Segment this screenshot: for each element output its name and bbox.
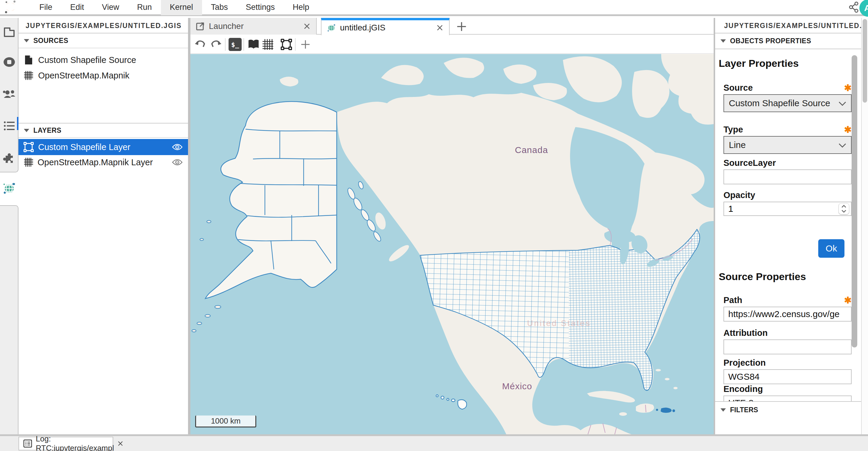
layer-row-osm[interactable]: OpenStreetMap.Mapnik Layer bbox=[19, 155, 188, 169]
redo-icon[interactable] bbox=[210, 38, 223, 51]
menu-tabs[interactable]: Tabs bbox=[202, 0, 237, 15]
log-console-tab[interactable]: Log: RTC:jupytergis/exampl bbox=[19, 437, 113, 450]
tab-label: Launcher bbox=[209, 22, 244, 31]
menu-view[interactable]: View bbox=[93, 0, 128, 15]
attribution-field: Attribution bbox=[723, 328, 851, 354]
user-avatar[interactable]: A bbox=[859, 0, 868, 17]
menu-run[interactable]: Run bbox=[128, 0, 161, 15]
type-label: Type bbox=[723, 125, 743, 135]
left-panel-path: JUPYTERGIS/EXAMPLES/UNTITLED.JGIS bbox=[19, 18, 188, 33]
sources-title: SOURCES bbox=[33, 37, 68, 45]
map-toolbar: $_ bbox=[190, 35, 714, 54]
opacity-input[interactable] bbox=[723, 202, 851, 216]
objects-properties-title: OBJECTS PROPERTIES bbox=[730, 37, 811, 45]
path-label: Path bbox=[723, 295, 742, 305]
projection-label: Projection bbox=[723, 358, 766, 368]
sourcelayer-label: SourceLayer bbox=[723, 158, 776, 168]
menu-settings[interactable]: Settings bbox=[237, 0, 284, 15]
menu-edit[interactable]: Edit bbox=[61, 0, 93, 15]
basemap-book-icon[interactable] bbox=[247, 38, 260, 51]
projection-input[interactable] bbox=[723, 369, 851, 384]
layers-title: LAYERS bbox=[33, 126, 61, 135]
map-viewport[interactable]: Canada United States México 1000 km bbox=[190, 54, 714, 434]
file-icon bbox=[24, 55, 33, 65]
filters-section-header[interactable]: FILTERS bbox=[715, 401, 861, 418]
source-item-label: Custom Shapefile Source bbox=[38, 55, 136, 65]
file-browser-icon[interactable] bbox=[3, 25, 16, 38]
window-scrollbar-thumb[interactable] bbox=[863, 19, 867, 103]
close-icon[interactable] bbox=[117, 440, 124, 447]
map-label-mexico: México bbox=[502, 381, 532, 391]
launcher-icon bbox=[196, 22, 205, 31]
type-select-value: Line bbox=[729, 140, 746, 150]
vector-layer-icon[interactable] bbox=[280, 38, 293, 51]
objects-properties-header[interactable]: OBJECTS PROPERTIES bbox=[715, 33, 861, 49]
layers-section-header[interactable]: LAYERS bbox=[19, 123, 188, 138]
left-sidebar-panel: JUPYTERGIS/EXAMPLES/UNTITLED.JGIS SOURCE… bbox=[19, 18, 189, 434]
filters-title: FILTERS bbox=[730, 406, 758, 414]
source-label: Source bbox=[723, 83, 753, 93]
attribution-input[interactable] bbox=[723, 339, 851, 354]
new-tab-plus-icon[interactable] bbox=[454, 20, 469, 33]
type-field: Type ✱ Line bbox=[723, 125, 851, 154]
window-scrollbar-track bbox=[861, 18, 868, 434]
terminal-glyph: $_ bbox=[231, 41, 239, 48]
map-scale-bar: 1000 km bbox=[195, 416, 256, 427]
source-item-label: OpenStreetMap.Mapnik bbox=[38, 71, 129, 81]
source-item-shapefile[interactable]: Custom Shapefile Source bbox=[19, 52, 188, 68]
sourcelayer-field: SourceLayer bbox=[723, 158, 851, 184]
scale-label: 1000 km bbox=[211, 416, 241, 426]
raster-grid-icon bbox=[24, 158, 33, 167]
close-icon[interactable] bbox=[436, 24, 444, 32]
visibility-eye-icon[interactable] bbox=[172, 159, 183, 166]
chevron-down-icon bbox=[838, 141, 847, 149]
encoding-label: Encoding bbox=[723, 384, 763, 394]
add-layer-plus-icon[interactable] bbox=[299, 38, 312, 51]
right-panel-path: JUPYTERGIS/EXAMPLES/UNTITLED.JG bbox=[715, 18, 861, 33]
source-properties-title: Source Properties bbox=[719, 271, 806, 282]
activity-bar-lower bbox=[0, 205, 19, 434]
map-canvas[interactable]: Canada United States México bbox=[190, 54, 714, 434]
raster-layer-icon[interactable] bbox=[261, 38, 274, 51]
extension-manager-icon[interactable] bbox=[3, 151, 16, 164]
sources-section-header[interactable]: SOURCES bbox=[19, 33, 188, 48]
collapse-caret-icon bbox=[24, 39, 29, 43]
attribution-label: Attribution bbox=[723, 328, 768, 338]
path-field: Path ✱ bbox=[723, 295, 851, 321]
encoding-input[interactable] bbox=[723, 396, 851, 401]
chevron-down-icon bbox=[838, 100, 847, 107]
tab-launcher[interactable]: Launcher bbox=[190, 18, 317, 35]
source-select[interactable]: Custom Shapefile Source bbox=[723, 94, 851, 112]
toolbar-separator bbox=[295, 38, 296, 51]
source-field: Source ✱ Custom Shapefile Source bbox=[723, 83, 851, 112]
undo-icon[interactable] bbox=[194, 38, 207, 51]
terminal-console-button[interactable]: $_ bbox=[228, 38, 242, 51]
projection-field: Projection bbox=[723, 358, 851, 384]
running-kernels-icon[interactable] bbox=[3, 55, 16, 68]
vector-square-icon bbox=[23, 142, 34, 152]
tab-untitled-jgis[interactable]: untitled.jGIS bbox=[321, 18, 450, 35]
close-icon[interactable] bbox=[303, 22, 311, 30]
type-select[interactable]: Line bbox=[723, 136, 851, 154]
tab-label: untitled.jGIS bbox=[340, 23, 385, 32]
visibility-eye-icon[interactable] bbox=[172, 143, 183, 151]
path-input[interactable] bbox=[723, 307, 851, 321]
panel-scrollbar-thumb[interactable] bbox=[851, 55, 857, 347]
source-item-osm[interactable]: OpenStreetMap.Mapnik bbox=[19, 68, 188, 83]
source-select-value: Custom Shapefile Source bbox=[729, 98, 830, 108]
share-icon[interactable] bbox=[847, 1, 860, 14]
menu-file[interactable]: File bbox=[30, 0, 61, 15]
ok-button[interactable]: Ok bbox=[818, 239, 844, 258]
collaboration-users-icon[interactable] bbox=[3, 88, 16, 101]
sourcelayer-input[interactable] bbox=[723, 169, 851, 184]
number-stepper[interactable] bbox=[838, 203, 849, 215]
jupytergis-globe-icon[interactable] bbox=[2, 181, 16, 195]
table-of-contents-icon[interactable] bbox=[3, 119, 16, 133]
map-label-united-states: United States bbox=[527, 319, 591, 328]
menu-kernel[interactable]: Kernel bbox=[161, 0, 202, 15]
opacity-field: Opacity bbox=[723, 190, 851, 216]
menu-help[interactable]: Help bbox=[284, 0, 318, 15]
jgis-globe-icon bbox=[327, 23, 336, 32]
layer-row-shapefile[interactable]: Custom Shapefile Layer bbox=[19, 139, 188, 155]
toolbar-separator bbox=[243, 38, 244, 51]
